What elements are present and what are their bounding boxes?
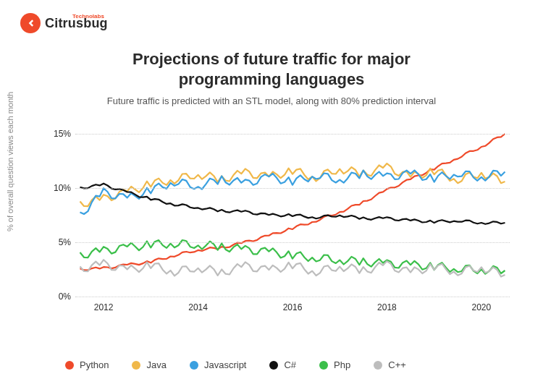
legend-label: Python xyxy=(80,359,109,370)
legend-item-php: Php xyxy=(319,359,350,370)
legend: PythonJavaJavascriptC#PhpC++ xyxy=(65,359,406,370)
y-tick-label: 0% xyxy=(48,291,71,302)
legend-item-javascript: Javascript xyxy=(190,359,247,370)
gridline xyxy=(75,297,510,297)
x-tick-label: 2018 xyxy=(377,302,397,312)
legend-item-c#: C# xyxy=(269,359,296,370)
x-tick-label: 2014 xyxy=(188,302,208,312)
legend-dot-icon xyxy=(374,361,382,370)
legend-dot-icon xyxy=(269,361,278,370)
x-tick-label: 2012 xyxy=(94,302,114,312)
legend-item-python: Python xyxy=(65,359,109,370)
gridline xyxy=(75,188,510,189)
brand-logo-icon xyxy=(20,13,41,33)
plot-area: 0%5%10%15%20122014201620182020 xyxy=(75,123,510,297)
legend-dot-icon xyxy=(319,361,328,370)
legend-item-c++: C++ xyxy=(374,359,406,370)
legend-label: Php xyxy=(334,359,350,370)
gridline xyxy=(75,242,510,243)
legend-label: Java xyxy=(146,359,166,370)
series-javascript xyxy=(80,171,505,215)
chart-subtitle: Future traffic is predicted with an STL … xyxy=(0,95,543,106)
legend-label: Javascript xyxy=(204,359,247,370)
legend-label: C# xyxy=(284,359,296,370)
chart-area: 0%5%10%15%20122014201620182020 xyxy=(46,123,510,325)
legend-dot-icon xyxy=(65,361,74,370)
x-tick-label: 2020 xyxy=(472,302,492,312)
brand-subtitle: Technolabs xyxy=(72,13,104,20)
legend-dot-icon xyxy=(132,361,140,370)
y-axis-label: % of overall question views each month xyxy=(6,92,14,231)
y-tick-label: 10% xyxy=(48,183,71,193)
chart-title-line1: Projections of future traffic for major xyxy=(132,50,411,68)
chart-lines xyxy=(75,123,510,297)
chart-title-line2: programming languages xyxy=(179,70,365,88)
chart-title: Projections of future traffic for major … xyxy=(0,49,543,89)
y-tick-label: 15% xyxy=(48,129,71,139)
legend-dot-icon xyxy=(190,361,198,370)
y-tick-label: 5% xyxy=(48,237,71,247)
gridline xyxy=(75,134,510,135)
series-c# xyxy=(80,184,505,224)
legend-item-java: Java xyxy=(132,359,166,370)
x-tick-label: 2016 xyxy=(283,302,303,312)
series-python xyxy=(80,134,505,270)
legend-label: C++ xyxy=(388,359,406,370)
